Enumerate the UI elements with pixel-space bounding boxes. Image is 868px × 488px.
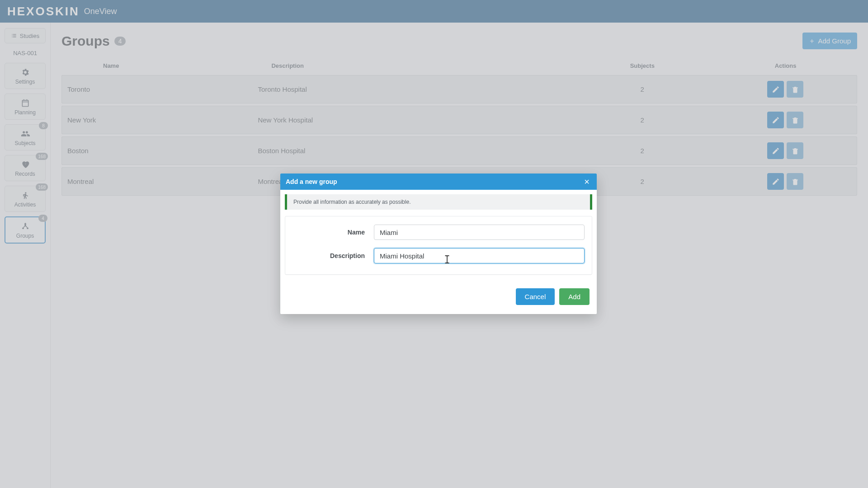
modal-info-banner: Provide all information as accurately as… — [285, 194, 592, 210]
close-icon: × — [584, 177, 590, 187]
modal-header: Add a new group × — [280, 174, 597, 190]
name-input[interactable] — [374, 225, 585, 240]
description-input[interactable] — [374, 248, 585, 263]
modal-close-button[interactable]: × — [582, 177, 591, 186]
modal-title: Add a new group — [286, 178, 337, 185]
name-label: Name — [292, 229, 365, 236]
add-button[interactable]: Add — [559, 288, 590, 305]
add-group-modal: Add a new group × Provide all informatio… — [280, 174, 597, 314]
description-label: Description — [292, 252, 365, 259]
cancel-button[interactable]: Cancel — [516, 288, 555, 305]
